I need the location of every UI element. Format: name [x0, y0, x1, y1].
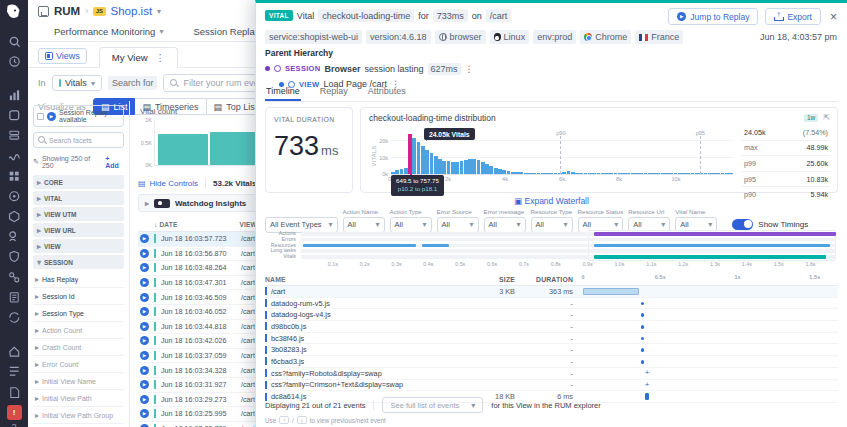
histogram-bar[interactable] — [622, 173, 626, 174]
histogram-bar[interactable] — [412, 138, 416, 174]
facet-group-vital[interactable]: ▸VITAL — [33, 191, 124, 205]
play-icon[interactable]: ▶ — [140, 336, 149, 345]
session-replay-filter[interactable]: ▶ Session Replay available — [33, 105, 124, 127]
facet-item-has-replay[interactable]: ▸Has Replay — [33, 271, 124, 288]
play-icon[interactable]: ▶ — [140, 351, 149, 360]
tag-env-prod[interactable]: env:prod — [533, 30, 576, 44]
panel-tab-timeline[interactable]: Timeline — [265, 86, 301, 101]
resource-row[interactable]: f6cbad3.js- — [265, 356, 838, 368]
facet-item-crash-count[interactable]: ▸Crash Count — [33, 339, 124, 356]
app-name-selector[interactable]: Shop.ist — [111, 5, 153, 17]
play-icon[interactable]: ▶ — [140, 395, 149, 404]
histogram-bar[interactable] — [716, 173, 720, 174]
tag-chrome[interactable]: Chrome — [580, 30, 631, 44]
histogram-bar[interactable] — [541, 173, 545, 174]
chevron-down-icon[interactable]: ▾ — [157, 7, 161, 16]
resource-timing-dot[interactable] — [641, 348, 645, 352]
play-icon[interactable]: ▶ — [140, 234, 149, 243]
facet-item-initial-view-path-group[interactable]: ▸Initial View Path Group — [33, 407, 124, 424]
jump-to-replay-button[interactable]: ▶Jump to Replay — [668, 8, 758, 25]
resource-timing-bar[interactable] — [583, 288, 639, 295]
histogram-bar[interactable] — [626, 173, 630, 174]
histogram-bar[interactable] — [485, 164, 489, 174]
facet-item-error-count[interactable]: ▸Error Count — [33, 356, 124, 373]
hierarchy-session-row[interactable]: SESSION Browser session lasting 627ms ⋮ — [265, 63, 474, 75]
column-duration[interactable]: DURATION — [515, 276, 573, 283]
facet-group-view-utm[interactable]: ▸VIEW UTM — [33, 207, 124, 221]
facet-item-action-count[interactable]: ▸Action Count — [33, 322, 124, 339]
monitors-icon[interactable] — [7, 189, 22, 204]
top-tab-performance-monitoring[interactable]: Performance Monitoring▾ — [54, 26, 163, 37]
resource-row[interactable]: bc38f46.js- — [265, 333, 838, 345]
play-icon[interactable]: ▶ — [140, 322, 149, 331]
scope-select[interactable]: Vitals▾ — [52, 75, 102, 91]
recent-icon[interactable] — [7, 364, 22, 379]
column-date[interactable]: DATE — [159, 221, 239, 228]
close-icon[interactable]: × — [828, 10, 839, 24]
histogram-bar[interactable] — [451, 162, 455, 174]
histogram-bar[interactable] — [571, 172, 575, 174]
histogram-bar[interactable] — [528, 173, 532, 174]
histogram-bar[interactable] — [400, 169, 404, 174]
kebab-menu-icon[interactable]: ⋮ — [156, 52, 166, 63]
hide-controls-button[interactable]: ▤Hide Controls — [138, 179, 198, 188]
column-size[interactable]: SIZE — [470, 276, 515, 283]
resource-timing-dot[interactable] — [641, 313, 645, 317]
histogram-bar[interactable] — [567, 171, 571, 174]
histogram-bar[interactable] — [712, 173, 716, 174]
infrastructure-icon[interactable] — [7, 108, 22, 123]
histogram-bar[interactable] — [725, 173, 729, 174]
histogram-bar[interactable] — [421, 146, 425, 174]
facet-item-session-type[interactable]: ▸Session Type — [33, 305, 124, 322]
play-icon[interactable]: ▶ — [140, 380, 149, 389]
security-icon[interactable] — [7, 249, 22, 264]
alerts-icon[interactable]: ! — [7, 405, 22, 420]
play-icon[interactable]: ▶ — [140, 278, 149, 287]
facet-search-input[interactable]: Search facets — [33, 132, 124, 148]
resource-row[interactable]: d98bc0b.js- — [265, 321, 838, 333]
histogram-bar[interactable] — [554, 173, 558, 174]
time-range-badge[interactable]: 1w — [804, 114, 818, 122]
checkbox-icon[interactable] — [37, 113, 44, 120]
histogram-bar[interactable] — [584, 173, 588, 174]
waterfall-resources-segment[interactable] — [422, 244, 449, 248]
tag-france[interactable]: France — [635, 30, 683, 44]
histogram-bar[interactable] — [455, 162, 459, 174]
histogram-bar[interactable] — [656, 173, 660, 174]
hosts-icon[interactable] — [7, 128, 22, 143]
histogram-bar[interactable] — [682, 173, 686, 174]
histogram-bar[interactable] — [605, 173, 609, 174]
play-icon[interactable]: ▶ — [140, 293, 149, 302]
kebab-menu-icon[interactable]: ⋮ — [465, 64, 474, 74]
histogram-bar[interactable] — [549, 173, 553, 174]
tab-my-view[interactable]: My View⋮ — [99, 47, 178, 68]
export-chart-icon[interactable]: ⇱ — [823, 113, 830, 122]
resource-row[interactable]: datadog-logs-v4.js- — [265, 309, 838, 321]
resource-timing-dot[interactable] — [641, 337, 645, 341]
histogram-bar[interactable] — [601, 173, 605, 174]
vital-name-chip[interactable]: checkout-loading-time — [318, 9, 414, 22]
facet-group-view[interactable]: ▸VIEW — [33, 239, 124, 253]
facet-item-initial-view-path[interactable]: ▸Initial View Path — [33, 390, 124, 407]
vital-count-bar[interactable] — [158, 134, 208, 165]
histogram-bar[interactable] — [404, 168, 408, 174]
histogram-bar[interactable] — [494, 168, 498, 174]
histogram-bar[interactable] — [704, 173, 708, 174]
history-icon[interactable] — [7, 54, 22, 69]
docs-icon[interactable] — [7, 385, 22, 400]
panel-tab-replay[interactable]: Replay — [319, 86, 349, 101]
tag-service-shopist-web-ui[interactable]: service:shopist-web-ui — [265, 30, 362, 44]
rum-icon[interactable] — [7, 229, 22, 244]
histogram-bar[interactable] — [417, 142, 421, 174]
play-icon[interactable]: ▶ — [140, 366, 149, 375]
histogram-bar[interactable] — [644, 173, 648, 174]
play-icon[interactable]: ▶ — [140, 263, 149, 272]
dashboards-icon[interactable] — [7, 169, 22, 184]
waterfall-actions-segment[interactable] — [594, 232, 836, 236]
views-button[interactable]: Views — [38, 48, 87, 64]
histogram-bar[interactable] — [519, 172, 523, 174]
histogram-bar[interactable] — [639, 173, 643, 174]
distribution-histogram[interactable]: 0k10k20kVITALS0k2k4k6k8k10kp90p9524.05k … — [391, 132, 733, 175]
histogram-bar[interactable] — [588, 173, 592, 174]
histogram-bar[interactable] — [729, 173, 733, 174]
